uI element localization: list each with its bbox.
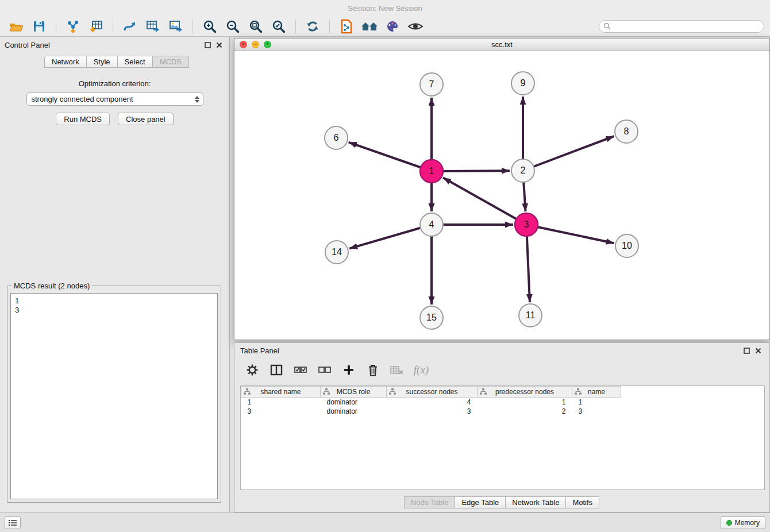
- task-history-button[interactable]: [5, 516, 21, 529]
- column-label: MCDS role: [321, 388, 386, 396]
- home-icon: [361, 20, 378, 33]
- node-6[interactable]: 6: [325, 126, 348, 149]
- minimize-window-button[interactable]: −: [252, 41, 259, 48]
- float-table-panel-button[interactable]: [741, 345, 752, 356]
- import-network-button[interactable]: [63, 18, 83, 35]
- column-label: predecessor nodes: [478, 388, 572, 396]
- cell-name[interactable]: 3: [572, 407, 621, 416]
- column-header-predecessor-nodes[interactable]: predecessor nodes: [478, 387, 572, 398]
- column-label: shared name: [241, 388, 320, 396]
- unselect-all-button[interactable]: [317, 363, 332, 377]
- columns-icon: [270, 364, 283, 376]
- mcds-result-text[interactable]: 1 3: [10, 293, 218, 499]
- table-tab-network-table[interactable]: Network Table: [505, 496, 566, 508]
- run-mcds-button[interactable]: Run MCDS: [56, 113, 110, 125]
- table-row[interactable]: 1dominator411: [241, 398, 765, 407]
- tab-mcds[interactable]: MCDS: [152, 56, 189, 68]
- style-button[interactable]: [382, 18, 403, 35]
- delete-row-button[interactable]: [365, 363, 380, 377]
- zoom-out-button[interactable]: [222, 18, 243, 35]
- node-9[interactable]: 9: [511, 72, 534, 95]
- edge-1-6[interactable]: [349, 142, 432, 171]
- node-1[interactable]: 1: [420, 160, 443, 183]
- cell-shared-name[interactable]: 1: [241, 398, 321, 407]
- add-row-button[interactable]: [341, 363, 356, 377]
- zoom-fit-button[interactable]: [245, 18, 266, 35]
- export-image-button[interactable]: [165, 18, 186, 35]
- node-14[interactable]: 14: [325, 241, 348, 264]
- close-table-panel-button[interactable]: [752, 345, 764, 356]
- refresh-network-button[interactable]: [302, 18, 323, 35]
- cell-successor-nodes[interactable]: 3: [387, 407, 478, 416]
- network-canvas[interactable]: 7968124314101511: [234, 51, 769, 340]
- close-window-button[interactable]: ×: [240, 41, 247, 48]
- home-button[interactable]: [359, 18, 380, 35]
- node-4[interactable]: 4: [420, 213, 443, 236]
- export-table-button[interactable]: [143, 18, 163, 35]
- cell-predecessor-nodes[interactable]: 2: [478, 407, 572, 416]
- node-8[interactable]: 8: [615, 120, 638, 143]
- memory-label: Memory: [735, 519, 760, 527]
- close-panel-action-button[interactable]: Close panel: [118, 113, 174, 125]
- import-table-button[interactable]: [86, 18, 106, 35]
- show-columns-button[interactable]: [269, 363, 284, 377]
- delete-column-button[interactable]: [390, 363, 405, 377]
- column-type-icon: [389, 388, 396, 396]
- maximize-window-button[interactable]: +: [264, 41, 271, 48]
- column-header-name[interactable]: name: [572, 387, 621, 398]
- search-input[interactable]: [613, 22, 760, 30]
- node-11[interactable]: 11: [519, 304, 542, 327]
- node-7[interactable]: 7: [420, 73, 443, 96]
- search-box[interactable]: [599, 20, 764, 33]
- table-tab-node-table[interactable]: Node Table: [404, 496, 456, 508]
- edge-4-14[interactable]: [349, 225, 432, 249]
- mcds-result-title: MCDS result (2 nodes): [11, 282, 92, 290]
- select-all-button[interactable]: [293, 363, 308, 377]
- table-row[interactable]: 3dominator323: [241, 407, 765, 416]
- show-hide-button[interactable]: [405, 18, 426, 35]
- criterion-select[interactable]: strongly connected component: [26, 92, 203, 106]
- column-header-successor-nodes[interactable]: successor nodes: [387, 387, 478, 398]
- network-window-titlebar[interactable]: scc.txt × − +: [234, 38, 769, 51]
- edge-2-8[interactable]: [523, 136, 614, 171]
- zoom-selected-button[interactable]: [268, 18, 289, 35]
- svg-text:9: 9: [521, 78, 526, 88]
- table-tab-edge-table[interactable]: Edge Table: [455, 496, 506, 508]
- memory-button[interactable]: Memory: [721, 516, 765, 529]
- node-10[interactable]: 10: [615, 234, 638, 257]
- table-tab-motifs[interactable]: Motifs: [565, 496, 599, 508]
- cell-MCDS-role[interactable]: dominator: [321, 407, 387, 416]
- cell-MCDS-role[interactable]: dominator: [321, 398, 387, 407]
- float-panel-button[interactable]: [202, 39, 213, 51]
- zoom-in-button[interactable]: [199, 18, 220, 35]
- cell-name[interactable]: 1: [572, 398, 621, 407]
- open-session-button[interactable]: [6, 18, 26, 35]
- column-header-shared-name[interactable]: shared name: [241, 387, 321, 398]
- svg-text:4: 4: [429, 219, 434, 229]
- network-document-button[interactable]: [336, 18, 357, 35]
- node-3[interactable]: 3: [515, 213, 538, 236]
- edge-3-10[interactable]: [526, 225, 614, 243]
- tab-style[interactable]: Style: [86, 56, 118, 68]
- column-type-icon: [575, 388, 582, 396]
- function-builder-button[interactable]: f(x): [414, 363, 429, 377]
- save-session-button[interactable]: [29, 18, 49, 35]
- cell-predecessor-nodes[interactable]: 1: [478, 398, 572, 407]
- column-type-icon: [480, 388, 487, 396]
- list-icon: [8, 519, 17, 527]
- search-icon: [603, 22, 611, 30]
- node-15[interactable]: 15: [420, 306, 443, 329]
- close-panel-button[interactable]: [213, 39, 225, 51]
- tab-network[interactable]: Network: [44, 56, 87, 68]
- edge-3-1[interactable]: [443, 178, 526, 225]
- apply-layout-button[interactable]: [120, 18, 140, 35]
- cell-shared-name[interactable]: 3: [241, 407, 321, 416]
- node-2[interactable]: 2: [511, 159, 534, 182]
- node-table: shared nameMCDS rolesuccessor nodesprede…: [241, 386, 764, 416]
- table-settings-button[interactable]: [245, 363, 260, 377]
- column-header-MCDS-role[interactable]: MCDS role: [321, 387, 387, 398]
- refresh-icon: [305, 19, 320, 34]
- cell-successor-nodes[interactable]: 4: [387, 398, 478, 407]
- export-image-icon: [168, 20, 183, 33]
- tab-select[interactable]: Select: [117, 56, 153, 68]
